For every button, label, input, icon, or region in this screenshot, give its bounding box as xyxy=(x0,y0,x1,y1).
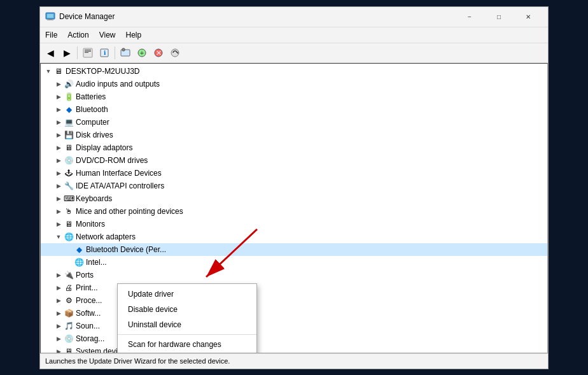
print-icon: 🖨 xyxy=(64,283,74,293)
bt-device-label: Bluetooth Device (Per... xyxy=(86,245,166,254)
bt-device-icon: ◆ xyxy=(74,244,84,255)
batteries-icon: 🔋 xyxy=(64,92,74,102)
svg-rect-5 xyxy=(85,50,91,50)
remove-button[interactable]: ✕ xyxy=(151,45,166,60)
disk-expander[interactable]: ▶ xyxy=(53,130,64,140)
computer-device-icon: 💻 xyxy=(64,117,74,127)
scan-button[interactable] xyxy=(118,45,133,60)
device-manager-window: Device Manager − □ ✕ File Action View He… xyxy=(39,6,549,369)
tree-item-mice[interactable]: ▶ 🖱 Mice and other pointing devices xyxy=(41,205,547,218)
menu-bar: File Action View Help xyxy=(40,27,548,43)
status-text: Launches the Update Driver Wizard for th… xyxy=(45,357,230,365)
svg-rect-1 xyxy=(47,14,53,18)
audio-expander[interactable]: ▶ xyxy=(53,79,64,89)
intel-expander xyxy=(64,257,74,267)
ctx-update-driver[interactable]: Update driver xyxy=(118,287,256,302)
keyboards-expander[interactable]: ▶ xyxy=(53,194,64,204)
mice-label: Mice and other pointing devices xyxy=(76,207,183,216)
ctx-scan-hardware[interactable]: Scan for hardware changes xyxy=(118,337,256,352)
tree-item-ide[interactable]: ▶ 🔧 IDE ATA/ATAPI controllers xyxy=(41,180,547,192)
maximize-button[interactable]: □ xyxy=(484,6,514,27)
svg-rect-3 xyxy=(47,20,53,20)
system-icon: 🖥 xyxy=(64,346,74,353)
minimize-button[interactable]: − xyxy=(455,6,484,27)
display-icon: 🖥 xyxy=(64,143,74,153)
device-tree[interactable]: ▼ 🖥 DESKTOP-M2UUJ3D ▶ 🔊 Audio inputs and… xyxy=(40,63,548,353)
tree-item-batteries[interactable]: ▶ 🔋 Batteries xyxy=(41,90,547,103)
computer-icon: 🖥 xyxy=(53,66,64,76)
back-button[interactable]: ◀ xyxy=(43,45,58,60)
bt-device-expander xyxy=(64,244,74,255)
properties-button[interactable] xyxy=(80,45,95,60)
monitors-label: Monitors xyxy=(76,220,105,229)
tree-item-intel[interactable]: 🌐 Intel... xyxy=(41,256,547,269)
update-driver-button[interactable]: ℹ xyxy=(97,45,112,60)
tree-item-keyboards[interactable]: ▶ ⌨ Keyboards xyxy=(41,192,547,205)
menu-help[interactable]: Help xyxy=(121,29,147,41)
bluetooth-label: Bluetooth xyxy=(76,105,108,114)
batteries-expander[interactable]: ▶ xyxy=(53,92,64,102)
tree-item-ports[interactable]: ▶ 🔌 Ports xyxy=(41,269,547,281)
ctx-uninstall-device[interactable]: Uninstall device xyxy=(118,317,256,332)
add-driver-button[interactable]: + xyxy=(134,45,150,60)
svg-rect-6 xyxy=(85,51,91,52)
svg-text:✕: ✕ xyxy=(156,49,162,57)
tree-item-disk[interactable]: ▶ 💾 Disk drives xyxy=(41,129,547,141)
svg-text:+: + xyxy=(140,49,144,57)
soft-expander[interactable]: ▶ xyxy=(53,308,64,318)
tree-item-display[interactable]: ▶ 🖥 Display adaptors xyxy=(41,141,547,154)
tree-root[interactable]: ▼ 🖥 DESKTOP-M2UUJ3D xyxy=(41,65,547,78)
tree-item-hid[interactable]: ▶ 🕹 Human Interface Devices xyxy=(41,167,547,180)
dvd-label: DVD/CD-ROM drives xyxy=(76,156,148,165)
audio-icon: 🔊 xyxy=(64,79,74,89)
hid-expander[interactable]: ▶ xyxy=(53,168,64,178)
tree-item-monitors[interactable]: ▶ 🖥 Monitors xyxy=(41,218,547,230)
ports-label: Ports xyxy=(76,271,94,279)
monitors-expander[interactable]: ▶ xyxy=(53,219,64,229)
scan-changes-button[interactable] xyxy=(167,45,183,60)
storage-label: Storag... xyxy=(76,334,104,343)
system-expander[interactable]: ▶ xyxy=(53,346,64,353)
menu-action[interactable]: Action xyxy=(62,29,94,41)
sound-expander[interactable]: ▶ xyxy=(53,321,64,331)
ide-expander[interactable]: ▶ xyxy=(53,181,64,191)
network-label: Network adapters xyxy=(76,232,136,241)
soft-icon: 📦 xyxy=(64,308,74,318)
toolbar-separator-1 xyxy=(77,46,78,59)
keyboards-icon: ⌨ xyxy=(64,194,74,204)
network-expander[interactable]: ▼ xyxy=(53,232,64,242)
forward-button[interactable]: ▶ xyxy=(59,45,74,60)
tree-item-network[interactable]: ▼ 🌐 Network adapters xyxy=(41,230,547,243)
display-expander[interactable]: ▶ xyxy=(53,143,64,153)
print-expander[interactable]: ▶ xyxy=(53,283,64,293)
computer-expander[interactable]: ▶ xyxy=(53,117,64,127)
menu-view[interactable]: View xyxy=(94,29,121,41)
tree-item-bluetooth[interactable]: ▶ ◆ Bluetooth xyxy=(41,103,547,116)
soft-label: Softw... xyxy=(76,309,101,318)
tree-item-computer[interactable]: ▶ 💻 Computer xyxy=(41,116,547,129)
proc-expander[interactable]: ▶ xyxy=(53,295,64,306)
ide-label: IDE ATA/ATAPI controllers xyxy=(76,181,164,190)
bluetooth-expander[interactable]: ▶ xyxy=(53,104,64,115)
disk-label: Disk drives xyxy=(76,131,113,139)
tree-item-bluetooth-device[interactable]: ◆ Bluetooth Device (Per... xyxy=(41,243,547,256)
mice-expander[interactable]: ▶ xyxy=(53,206,64,216)
close-button[interactable]: ✕ xyxy=(514,6,543,27)
dvd-icon: 💿 xyxy=(64,155,74,166)
tree-item-dvd[interactable]: ▶ 💿 DVD/CD-ROM drives xyxy=(41,154,547,167)
dvd-expander[interactable]: ▶ xyxy=(53,155,64,166)
ctx-disable-device[interactable]: Disable device xyxy=(118,302,256,317)
title-controls: − □ ✕ xyxy=(455,6,543,27)
monitors-icon: 🖥 xyxy=(64,219,74,229)
root-expander[interactable]: ▼ xyxy=(43,66,53,76)
ports-expander[interactable]: ▶ xyxy=(53,270,64,280)
ports-icon: 🔌 xyxy=(64,270,74,280)
storage-expander[interactable]: ▶ xyxy=(53,334,64,344)
bluetooth-icon: ◆ xyxy=(64,104,74,115)
toolbar-separator-2 xyxy=(115,46,115,59)
menu-file[interactable]: File xyxy=(40,29,62,41)
window-icon xyxy=(45,11,55,22)
tree-item-audio[interactable]: ▶ 🔊 Audio inputs and outputs xyxy=(41,78,547,90)
sound-icon: 🎵 xyxy=(64,321,74,331)
ide-icon: 🔧 xyxy=(64,181,74,191)
